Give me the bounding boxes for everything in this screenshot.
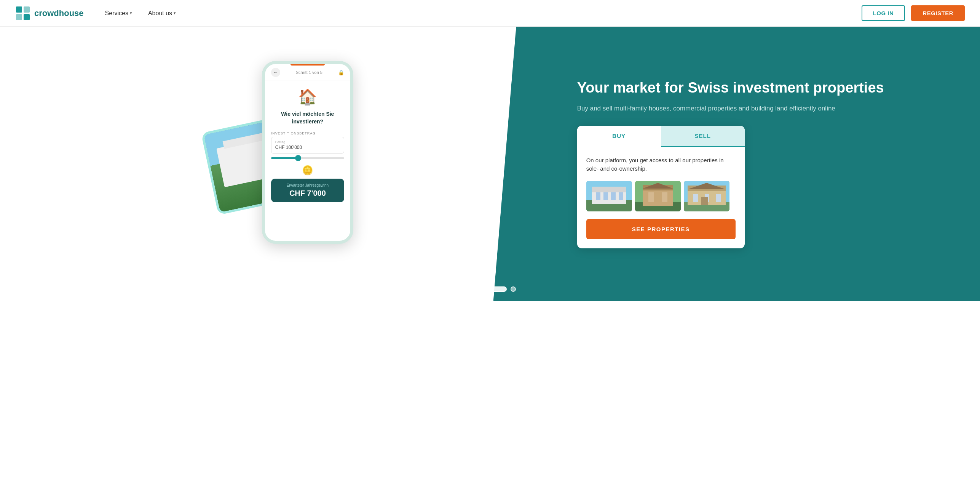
hero-subtext: Buy and sell multi-family houses, commer… bbox=[577, 104, 957, 114]
svg-rect-1 bbox=[24, 6, 30, 13]
svg-rect-24 bbox=[693, 194, 698, 202]
phone-betrag-field: Betrag CHF 100'000 bbox=[271, 137, 344, 154]
tab-sell[interactable]: SELL bbox=[661, 126, 745, 147]
svg-rect-3 bbox=[24, 14, 30, 20]
svg-rect-27 bbox=[701, 197, 708, 205]
property-image-2 bbox=[635, 181, 681, 211]
svg-rect-7 bbox=[592, 187, 626, 192]
phone-top-bar: ← Schritt 1 von 5 🔒 bbox=[265, 64, 350, 80]
phone-amount-value: CHF 100'000 bbox=[275, 145, 340, 150]
phone-house-icon: 🏠 bbox=[298, 88, 317, 106]
hero-headline: Your market for Swiss investment propert… bbox=[577, 79, 957, 97]
nav-services-label: Services bbox=[105, 10, 128, 17]
phone-slider-thumb bbox=[295, 155, 301, 161]
phone-result-card: Erwarteter Jahresgewinn CHF 7'000 bbox=[271, 179, 344, 202]
svg-rect-0 bbox=[16, 6, 22, 13]
header-actions: LOG IN REGISTER bbox=[862, 5, 965, 21]
svg-rect-17 bbox=[648, 192, 654, 202]
svg-rect-14 bbox=[643, 189, 673, 206]
hero-left: ← Schritt 1 von 5 🔒 🏠 Wie viel möchten S… bbox=[0, 27, 539, 301]
property-image-3 bbox=[684, 181, 729, 211]
pagination-dot-3[interactable] bbox=[482, 286, 488, 292]
phone-result-value: CHF 7'000 bbox=[277, 189, 338, 198]
phone-result-label: Erwarteter Jahresgewinn bbox=[277, 183, 338, 187]
svg-rect-10 bbox=[611, 192, 616, 200]
phone-lock-icon: 🔒 bbox=[338, 70, 344, 75]
hero-section: ← Schritt 1 von 5 🔒 🏠 Wie viel möchten S… bbox=[0, 27, 980, 301]
services-chevron-icon: ▾ bbox=[130, 11, 132, 16]
phone-investment-label: INVESTITIONSBETRAG bbox=[271, 131, 316, 135]
property-images bbox=[586, 181, 736, 211]
main-nav: Services ▾ About us ▾ bbox=[99, 7, 862, 20]
svg-rect-8 bbox=[596, 192, 600, 200]
nav-about-label: About us bbox=[148, 10, 172, 17]
pagination bbox=[464, 286, 516, 292]
pagination-dot-1[interactable] bbox=[464, 286, 469, 292]
pagination-dot-4-active[interactable] bbox=[492, 286, 507, 292]
card-body: On our platform, you get access to all o… bbox=[577, 147, 745, 248]
phone-content: 🏠 Wie viel möchten Sie investieren? INVE… bbox=[265, 80, 350, 241]
nav-services[interactable]: Services ▾ bbox=[99, 7, 138, 20]
phone-mockup: ← Schritt 1 von 5 🔒 🏠 Wie viel möchten S… bbox=[262, 61, 353, 244]
hero-right: Your market for Swiss investment propert… bbox=[539, 27, 980, 301]
pagination-dot-2[interactable] bbox=[473, 286, 479, 292]
tab-buy[interactable]: BUY bbox=[577, 126, 661, 147]
back-arrow-icon: ← bbox=[273, 70, 278, 75]
svg-rect-11 bbox=[619, 192, 623, 200]
property-image-1 bbox=[586, 181, 632, 211]
phone-coins-icon: 🪙 bbox=[302, 165, 313, 176]
pagination-dot-5[interactable] bbox=[511, 286, 516, 292]
phone-area: ← Schritt 1 von 5 🔒 🏠 Wie viel möchten S… bbox=[209, 53, 353, 267]
svg-rect-2 bbox=[16, 14, 22, 20]
phone-question: Wie viel möchten Sie investieren? bbox=[271, 110, 344, 125]
phone-accent-bar bbox=[290, 64, 325, 66]
see-properties-button[interactable]: SEE PROPERTIES bbox=[586, 219, 736, 239]
logo-text: crowdhouse bbox=[34, 8, 84, 18]
phone-back-button[interactable]: ← bbox=[271, 68, 280, 77]
buy-sell-card: BUY SELL On our platform, you get access… bbox=[577, 126, 745, 248]
about-chevron-icon: ▾ bbox=[174, 11, 176, 16]
logo-icon bbox=[15, 6, 30, 21]
register-button[interactable]: REGISTER bbox=[911, 5, 965, 21]
card-description: On our platform, you get access to all o… bbox=[586, 156, 736, 173]
svg-rect-18 bbox=[662, 192, 667, 202]
logo[interactable]: crowdhouse bbox=[15, 6, 84, 21]
nav-about-us[interactable]: About us ▾ bbox=[142, 7, 182, 20]
phone-slider-fill bbox=[271, 157, 297, 159]
phone-betrag-label: Betrag bbox=[275, 140, 340, 144]
header: crowdhouse Services ▾ About us ▾ LOG IN … bbox=[0, 0, 980, 27]
login-button[interactable]: LOG IN bbox=[862, 5, 905, 21]
buy-sell-tabs: BUY SELL bbox=[577, 126, 745, 147]
phone-step-label: Schritt 1 von 5 bbox=[296, 70, 322, 75]
phone-area-wrapper: ← Schritt 1 von 5 🔒 🏠 Wie viel möchten S… bbox=[23, 53, 539, 267]
svg-rect-26 bbox=[716, 194, 721, 202]
hero-content-right: Your market for Swiss investment propert… bbox=[577, 79, 957, 248]
svg-rect-9 bbox=[603, 192, 608, 200]
phone-slider[interactable] bbox=[271, 157, 344, 159]
